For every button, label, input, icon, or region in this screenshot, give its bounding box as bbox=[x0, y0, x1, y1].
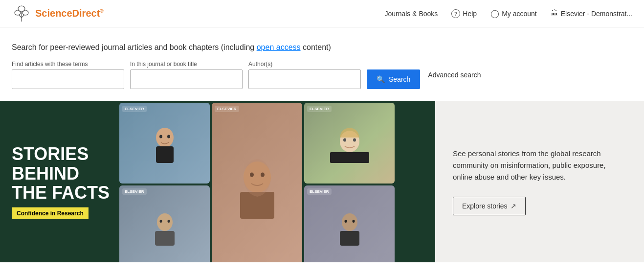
svg-point-9 bbox=[159, 135, 162, 138]
search-icon: 🔍 bbox=[377, 75, 385, 83]
articles-input[interactable] bbox=[12, 69, 124, 89]
svg-point-25 bbox=[344, 220, 347, 223]
svg-rect-24 bbox=[340, 231, 359, 246]
svg-point-19 bbox=[157, 213, 173, 231]
person-face-icon-1 bbox=[150, 124, 179, 163]
nav-my-account[interactable]: ◯ My account bbox=[490, 9, 537, 18]
svg-point-10 bbox=[167, 135, 170, 138]
nav-journals-books-label: Journals & Books bbox=[384, 10, 438, 18]
video-grid: ELSEVIER ELSEVIER bbox=[117, 101, 435, 262]
elsevier-badge-2: ELSEVIER bbox=[215, 106, 239, 112]
person-face-icon-4 bbox=[150, 207, 179, 246]
elsevier-logo-icon bbox=[12, 4, 31, 23]
nav-journals-books[interactable]: Journals & Books bbox=[384, 10, 438, 18]
logo-link[interactable]: ScienceDirect® bbox=[12, 4, 104, 23]
stories-banner: STORIES BEHIND THE FACTS Confidence in R… bbox=[0, 101, 644, 262]
building-icon: 🏛 bbox=[551, 9, 558, 18]
journal-field-label: In this journal or book title bbox=[130, 61, 243, 68]
nav-my-account-label: My account bbox=[502, 10, 537, 18]
site-header: ScienceDirect® Journals & Books ? Help ◯… bbox=[0, 0, 644, 27]
confidence-badge: Confidence in Research bbox=[12, 207, 89, 219]
svg-rect-20 bbox=[155, 231, 175, 246]
elsevier-badge-5: ELSEVIER bbox=[307, 188, 332, 195]
person-icon: ◯ bbox=[490, 9, 499, 18]
video-thumb-2: ELSEVIER bbox=[212, 103, 302, 262]
nav-institution-label: Elsevier - Demonstrat... bbox=[561, 10, 632, 18]
svg-point-17 bbox=[343, 138, 346, 141]
external-link-icon: ↗ bbox=[511, 202, 516, 210]
svg-point-7 bbox=[156, 128, 174, 147]
search-button[interactable]: 🔍 Search bbox=[367, 69, 420, 89]
video-thumb-3: ELSEVIER bbox=[304, 103, 395, 184]
person-face-icon-2 bbox=[235, 150, 279, 219]
author-input[interactable] bbox=[248, 69, 361, 89]
svg-point-2 bbox=[15, 10, 21, 15]
video-thumb-4: ELSEVIER bbox=[119, 185, 210, 262]
banner-left-panel: STORIES BEHIND THE FACTS Confidence in R… bbox=[0, 101, 435, 262]
svg-point-3 bbox=[22, 10, 28, 15]
svg-point-22 bbox=[167, 220, 170, 223]
svg-point-23 bbox=[342, 213, 357, 231]
video-thumb-1: ELSEVIER bbox=[119, 103, 210, 184]
advanced-search-link[interactable]: Advanced search bbox=[428, 71, 481, 79]
articles-field-label: Find articles with these terms bbox=[12, 61, 124, 68]
open-access-link[interactable]: open access bbox=[257, 43, 301, 51]
main-nav: Journals & Books ? Help ◯ My account 🏛 E… bbox=[384, 9, 632, 18]
nav-institution[interactable]: 🏛 Elsevier - Demonstrat... bbox=[551, 9, 632, 18]
person-face-icon-5 bbox=[335, 207, 364, 246]
svg-point-21 bbox=[159, 220, 162, 223]
nav-help[interactable]: ? Help bbox=[451, 9, 477, 18]
search-section: Search for peer-reviewed journal article… bbox=[0, 27, 644, 101]
person-face-icon-3 bbox=[330, 124, 369, 163]
elsevier-badge-4: ELSEVIER bbox=[122, 188, 147, 195]
author-field-label: Author(s) bbox=[248, 61, 361, 68]
elsevier-badge-3: ELSEVIER bbox=[307, 106, 332, 112]
search-button-label: Search bbox=[389, 75, 410, 83]
elsevier-badge-1: ELSEVIER bbox=[122, 106, 147, 112]
banner-text-area: STORIES BEHIND THE FACTS Confidence in R… bbox=[12, 144, 119, 219]
explore-stories-label: Explore stories bbox=[462, 202, 508, 210]
journal-field-group: In this journal or book title bbox=[130, 61, 243, 89]
svg-rect-16 bbox=[330, 152, 369, 163]
video-thumb-5: ELSEVIER bbox=[304, 185, 395, 262]
svg-point-26 bbox=[352, 220, 355, 223]
banner-right-panel: See personal stories from the global res… bbox=[435, 101, 644, 262]
author-field-group: Author(s) bbox=[248, 61, 361, 89]
banner-right-text: See personal stories from the global res… bbox=[453, 148, 626, 183]
search-headline: Search for peer-reviewed journal article… bbox=[12, 43, 632, 52]
search-fields-row: Find articles with these terms In this j… bbox=[12, 61, 632, 89]
articles-field-group: Find articles with these terms bbox=[12, 61, 124, 89]
help-icon: ? bbox=[451, 9, 460, 18]
explore-stories-button[interactable]: Explore stories ↗ bbox=[453, 197, 526, 215]
svg-rect-8 bbox=[156, 146, 174, 163]
svg-point-18 bbox=[353, 138, 356, 141]
svg-line-6 bbox=[22, 15, 24, 18]
nav-help-label: Help bbox=[463, 10, 477, 18]
journal-input[interactable] bbox=[130, 69, 243, 89]
logo-text: ScienceDirect® bbox=[35, 8, 104, 19]
banner-title: STORIES BEHIND THE FACTS bbox=[12, 144, 119, 203]
svg-line-5 bbox=[19, 15, 22, 18]
